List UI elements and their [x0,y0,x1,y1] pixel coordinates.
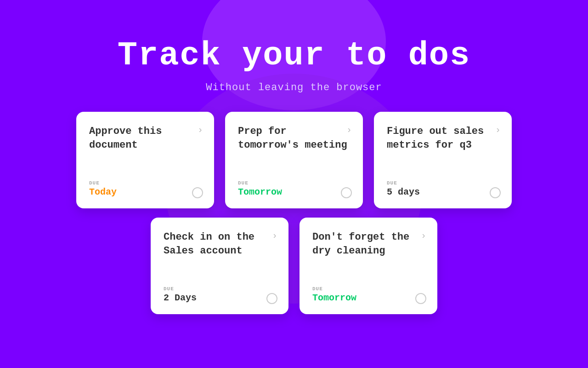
card-4-due-value: 2 Days [164,293,276,303]
card-4-due-label: DUE [164,286,276,292]
card-4-arrow: › [272,230,277,241]
card-2-due-value: Tomorrow [238,187,350,197]
card-5-due-value: Tomorrow [312,293,424,303]
card-3-due-value: 5 days [387,187,499,197]
card-4-footer: DUE 2 Days [164,286,276,303]
todo-card-4[interactable]: › Check in on the Sales account DUE 2 Da… [151,218,288,314]
todo-card-3[interactable]: › Figure out sales metrics for q3 DUE 5 … [374,112,512,208]
card-5-footer: DUE Tomorrow [312,286,424,303]
cards-row-2: › Check in on the Sales account DUE 2 Da… [0,218,588,314]
cards-container: › Approve this document DUE Today › Prep… [0,112,588,314]
page-subtitle: Without leaving the browser [0,82,588,93]
card-5-checkbox[interactable] [415,293,426,304]
card-3-checkbox[interactable] [490,187,501,198]
todo-card-2[interactable]: › Prep for tomorrow's meeting DUE Tomorr… [225,112,363,208]
card-1-due-label: DUE [89,180,201,186]
header-section: Track your to dos Without leaving the br… [0,0,588,93]
card-3-arrow: › [495,125,501,135]
card-2-arrow: › [346,125,352,135]
card-1-checkbox[interactable] [192,187,203,198]
cards-row-1: › Approve this document DUE Today › Prep… [0,112,588,208]
card-5-title: Don't forget the dry cleaning [312,230,424,277]
card-2-checkbox[interactable] [341,187,352,198]
card-4-checkbox[interactable] [266,293,277,304]
card-1-arrow: › [198,125,203,135]
todo-card-1[interactable]: › Approve this document DUE Today [76,112,214,208]
card-1-title: Approve this document [89,125,201,171]
card-5-due-label: DUE [312,286,424,292]
card-4-title: Check in on the Sales account [164,230,276,277]
page-title: Track your to dos [0,37,588,75]
card-2-title: Prep for tomorrow's meeting [238,125,350,171]
card-2-due-label: DUE [238,180,350,186]
card-3-footer: DUE 5 days [387,180,499,197]
card-1-footer: DUE Today [89,180,201,197]
card-5-arrow: › [421,230,426,241]
todo-card-5[interactable]: › Don't forget the dry cleaning DUE Tomo… [300,218,437,314]
card-2-footer: DUE Tomorrow [238,180,350,197]
card-3-due-label: DUE [387,180,499,186]
card-3-title: Figure out sales metrics for q3 [387,125,499,171]
card-1-due-value: Today [89,187,201,197]
